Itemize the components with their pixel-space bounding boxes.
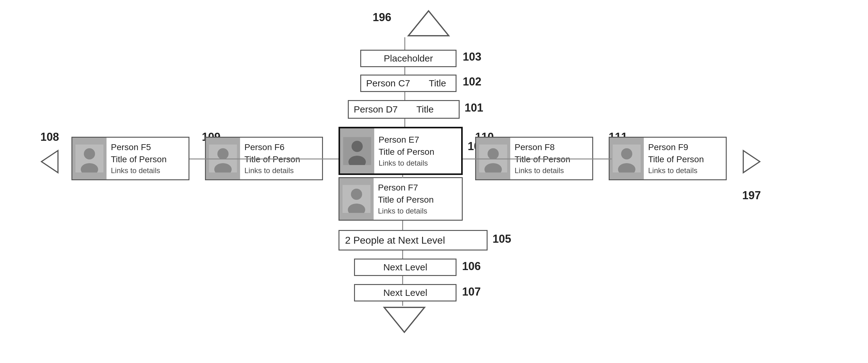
left-arrow[interactable] (37, 149, 62, 174)
hline-right2 (593, 159, 612, 160)
vline-top (404, 37, 405, 50)
vline-e7-f7 (402, 175, 403, 178)
hline-left (189, 159, 339, 160)
next-level-106-box[interactable]: Next Level (354, 258, 457, 276)
personF9-info: Person F9 Title of Person Links to detai… (644, 138, 708, 179)
svg-marker-21 (384, 307, 425, 332)
personE7-avatar (340, 128, 374, 173)
ref-102: 102 (463, 75, 482, 88)
svg-point-18 (621, 148, 632, 160)
vline-1 (404, 67, 405, 75)
svg-point-2 (351, 141, 363, 152)
vline-2ppl-106 (402, 251, 403, 258)
personD7-box[interactable]: Person D7 Title (348, 100, 460, 119)
personF5-card[interactable]: Person F5 Title of Person Links to detai… (71, 137, 189, 180)
vline-106-107 (402, 276, 403, 284)
personC7-box[interactable]: Person C7 Title (360, 75, 457, 92)
ref-107: 107 (462, 285, 481, 298)
ref-101: 101 (465, 101, 483, 114)
down-triangle[interactable] (382, 306, 426, 335)
ref-106: 106 (462, 260, 481, 273)
personF7-card[interactable]: Person F7 Title of Person Links to detai… (339, 177, 463, 221)
vline-107-triangle (402, 302, 403, 306)
placeholder-box[interactable]: Placeholder (360, 50, 457, 67)
svg-point-15 (488, 148, 499, 160)
ref-103: 103 (463, 50, 482, 63)
vline-2 (404, 92, 405, 100)
ref-105: 105 (493, 232, 511, 246)
personF9-card[interactable]: Person F9 Title of Person Links to detai… (609, 137, 727, 180)
vline-3 (404, 119, 405, 127)
right-arrow[interactable] (739, 149, 764, 174)
diagram: 196 Placeholder 103 Person C7 Title 102 … (0, 0, 868, 363)
personF7-info: Person F7 Title of Person Links to detai… (374, 178, 438, 220)
two-people-box[interactable]: 2 People at Next Level (339, 230, 488, 251)
svg-marker-0 (408, 11, 449, 36)
svg-point-9 (217, 148, 228, 160)
svg-marker-20 (743, 150, 760, 172)
personF5-avatar (72, 138, 106, 179)
ref-197: 197 (742, 189, 761, 202)
personF5-info: Person F5 Title of Person Links to detai… (106, 138, 171, 179)
vline-f7-2ppl (402, 221, 403, 230)
ref-196: 196 (373, 11, 391, 24)
up-triangle[interactable] (407, 9, 450, 38)
next-level-107-box[interactable]: Next Level (354, 284, 457, 302)
ref-108: 108 (40, 131, 59, 144)
personE7-info: Person E7 Title of Person Links to detai… (374, 128, 438, 173)
svg-point-6 (84, 148, 95, 160)
hline-right (463, 159, 602, 160)
svg-marker-4 (41, 150, 58, 172)
personE7-card[interactable]: Person E7 Title of Person Links to detai… (339, 127, 463, 175)
svg-point-12 (351, 189, 362, 200)
personF9-avatar (610, 138, 644, 179)
personF7-avatar (339, 178, 374, 220)
